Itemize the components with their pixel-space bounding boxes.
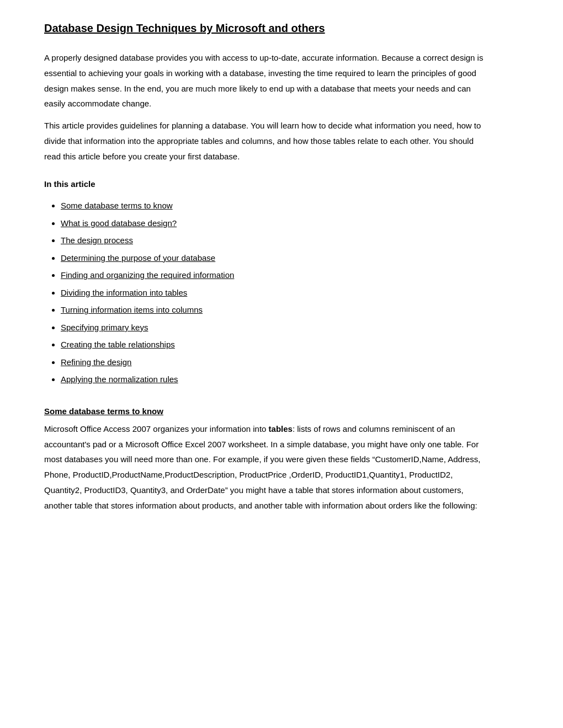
toc-link-refining[interactable]: Refining the design [61,357,131,367]
toc-link-finding[interactable]: Finding and organizing the required info… [61,270,234,280]
section-terms: Some database terms to know Microsoft Of… [44,406,486,513]
list-item: Specifying primary keys [61,320,486,335]
toc-link-relationships[interactable]: Creating the table relationships [61,340,175,349]
section-terms-body-part1: Microsoft Office Access 2007 organizes y… [44,424,269,433]
section-terms-body: Microsoft Office Access 2007 organizes y… [44,421,486,513]
intro-paragraph-1: A properly designed database provides yo… [44,50,486,111]
list-item: Some database terms to know [61,199,486,213]
section-terms-heading: Some database terms to know [44,406,486,416]
page-container: Database Design Techniques by Microsoft … [0,0,530,546]
list-item: What is good database design? [61,216,486,231]
page-title: Database Design Techniques by Microsoft … [44,22,486,35]
table-of-contents: Some database terms to know What is good… [44,199,486,387]
list-item: Turning information items into columns [61,303,486,317]
toc-link-primary-keys[interactable]: Specifying primary keys [61,323,148,332]
toc-link-good-design[interactable]: What is good database design? [61,218,177,228]
toc-link-terms[interactable]: Some database terms to know [61,201,173,210]
section-terms-body-part2: : lists of rows and columns reminiscent … [44,424,480,495]
list-item: Finding and organizing the required info… [61,268,486,282]
toc-link-dividing[interactable]: Dividing the information into tables [61,288,187,297]
list-item: The design process [61,233,486,248]
toc-link-normalization[interactable]: Applying the normalization rules [61,374,178,384]
list-item: Determining the purpose of your database [61,251,486,265]
intro-paragraph-2: This article provides guidelines for pla… [44,118,486,164]
list-item: Applying the normalization rules [61,372,486,387]
list-item: Dividing the information into tables [61,286,486,300]
toc-link-design-process[interactable]: The design process [61,235,133,245]
list-item: Creating the table relationships [61,338,486,352]
toc-link-columns[interactable]: Turning information items into columns [61,305,203,314]
in-this-article-heading: In this article [44,179,486,189]
toc-link-purpose[interactable]: Determining the purpose of your database [61,253,215,263]
list-item: Refining the design [61,355,486,370]
section-terms-bold: tables [269,424,293,433]
